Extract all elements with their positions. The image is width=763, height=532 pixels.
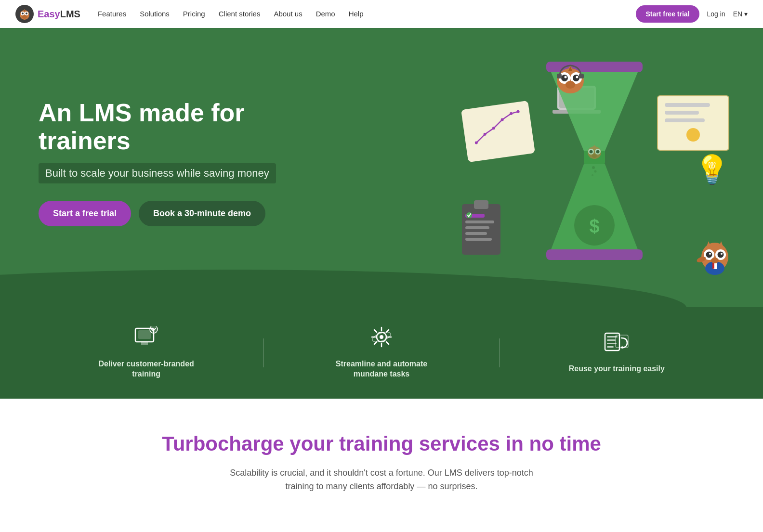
- hero-content: An LMS made for trainers Built to scale …: [39, 99, 308, 226]
- cert-line-1: [665, 103, 710, 107]
- book-demo-button[interactable]: Book a 30-minute demo: [139, 201, 265, 226]
- svg-point-21: [592, 166, 595, 169]
- svg-point-3: [22, 13, 24, 14]
- feature-reuse: Reuse your training easily: [500, 331, 734, 374]
- svg-rect-25: [474, 200, 488, 209]
- svg-rect-85: [607, 339, 616, 341]
- svg-point-37: [565, 76, 567, 78]
- feature-branded-label: Deliver customer-branded training: [98, 359, 195, 379]
- svg-rect-28: [465, 226, 489, 229]
- clipboard-icon: [460, 199, 503, 259]
- automate-icon: [368, 326, 395, 352]
- svg-rect-69: [138, 330, 151, 339]
- hero-section: An LMS made for trainers Built to scale …: [0, 28, 763, 307]
- start-free-trial-button[interactable]: Start a free trial: [39, 201, 131, 226]
- chart-card: [461, 101, 535, 162]
- hero-subtitle-wrapper: Built to scale your business while savin…: [39, 163, 276, 183]
- svg-text:$: $: [589, 216, 599, 236]
- lightbulb-icon: 💡: [695, 153, 729, 186]
- hero-illustration: $ 💡: [445, 47, 744, 298]
- cert-line-2: [665, 111, 699, 115]
- turbocharge-section: Turbocharge your training services in no…: [0, 399, 763, 523]
- owl-top: [551, 52, 590, 97]
- svg-point-23: [592, 174, 593, 176]
- hero-title: An LMS made for trainers: [39, 99, 308, 154]
- nav-links: Features Solutions Pricing Client storie…: [98, 10, 364, 18]
- features-strip: Deliver customer-branded training Stream…: [0, 307, 763, 399]
- hero-subtitle: Built to scale your business while savin…: [45, 167, 269, 180]
- logo[interactable]: EasyLMS: [15, 5, 80, 23]
- branded-icon-svg: [134, 326, 158, 348]
- owl-top-svg: [551, 52, 590, 95]
- cert-seal: [686, 128, 700, 142]
- logo-icon: [15, 5, 34, 23]
- nav-pricing[interactable]: Pricing: [183, 10, 205, 18]
- svg-marker-88: [620, 346, 623, 349]
- svg-point-52: [709, 253, 711, 255]
- logo-owl-icon: [18, 7, 31, 21]
- svg-rect-27: [465, 221, 494, 223]
- svg-point-5: [22, 15, 27, 19]
- svg-rect-43: [579, 74, 584, 78]
- svg-point-36: [573, 75, 579, 81]
- svg-line-79: [386, 342, 389, 344]
- svg-rect-87: [607, 346, 614, 348]
- svg-rect-18: [546, 249, 643, 260]
- svg-rect-42: [557, 74, 562, 78]
- cert-line-3: [665, 118, 705, 122]
- svg-point-73: [380, 335, 383, 339]
- svg-point-13: [516, 110, 520, 113]
- feature-reuse-label: Reuse your training easily: [569, 364, 665, 374]
- svg-rect-86: [607, 343, 617, 344]
- svg-point-63: [592, 154, 597, 158]
- svg-rect-30: [465, 238, 492, 241]
- svg-point-35: [561, 75, 568, 81]
- owl-small-svg: [585, 141, 604, 160]
- feature-automate: Streamline and automate mundane tasks: [264, 326, 499, 379]
- nav-solutions[interactable]: Solutions: [140, 10, 170, 18]
- branded-icon: [134, 326, 158, 352]
- chart-svg: [468, 107, 525, 148]
- logo-easy: Easy: [38, 9, 60, 19]
- login-button[interactable]: Log in: [707, 10, 725, 18]
- navbar-left: EasyLMS Features Solutions Pricing Clien…: [15, 5, 364, 23]
- nav-about-us[interactable]: About us: [274, 10, 302, 18]
- navbar-right: Start free trial Log in EN ▾: [636, 5, 748, 23]
- svg-rect-29: [465, 232, 487, 235]
- svg-point-4: [26, 13, 27, 14]
- reuse-icon-svg: [604, 331, 629, 352]
- svg-point-39: [566, 81, 575, 89]
- svg-point-22: [594, 170, 597, 173]
- svg-rect-70: [141, 342, 148, 345]
- svg-marker-64: [592, 145, 596, 148]
- turbocharge-subtitle: Scalability is crucial, and it shouldn't…: [218, 466, 545, 494]
- automate-icon-svg: [368, 326, 395, 348]
- svg-point-38: [576, 76, 579, 78]
- navbar: EasyLMS Features Solutions Pricing Clien…: [0, 0, 763, 28]
- start-trial-nav-button[interactable]: Start free trial: [636, 5, 699, 23]
- reuse-icon: [604, 331, 629, 357]
- language-selector[interactable]: EN ▾: [733, 10, 748, 18]
- nav-features[interactable]: Features: [98, 10, 126, 18]
- svg-rect-24: [462, 204, 500, 255]
- nav-help[interactable]: Help: [349, 10, 364, 18]
- owl-small: [585, 141, 604, 162]
- svg-point-50: [706, 252, 712, 258]
- feature-automate-label: Streamline and automate mundane tasks: [333, 359, 430, 379]
- nav-client-stories[interactable]: Client stories: [219, 10, 261, 18]
- logo-lms: LMS: [60, 9, 80, 19]
- svg-point-54: [711, 258, 719, 263]
- logo-text: EasyLMS: [38, 9, 80, 20]
- turbocharge-title: Turbocharge your training services in no…: [48, 432, 715, 455]
- owl-business: [696, 231, 734, 278]
- nav-demo[interactable]: Demo: [316, 10, 335, 18]
- svg-point-51: [718, 252, 724, 258]
- feature-branded: Deliver customer-branded training: [29, 326, 263, 379]
- cert-card: [657, 95, 729, 151]
- svg-point-53: [721, 253, 723, 255]
- hero-buttons: Start a free trial Book a 30-minute demo: [39, 201, 308, 226]
- clipboard-svg: [460, 199, 503, 257]
- svg-line-78: [374, 330, 377, 332]
- svg-point-62: [596, 150, 600, 154]
- owl-business-svg: [696, 231, 734, 276]
